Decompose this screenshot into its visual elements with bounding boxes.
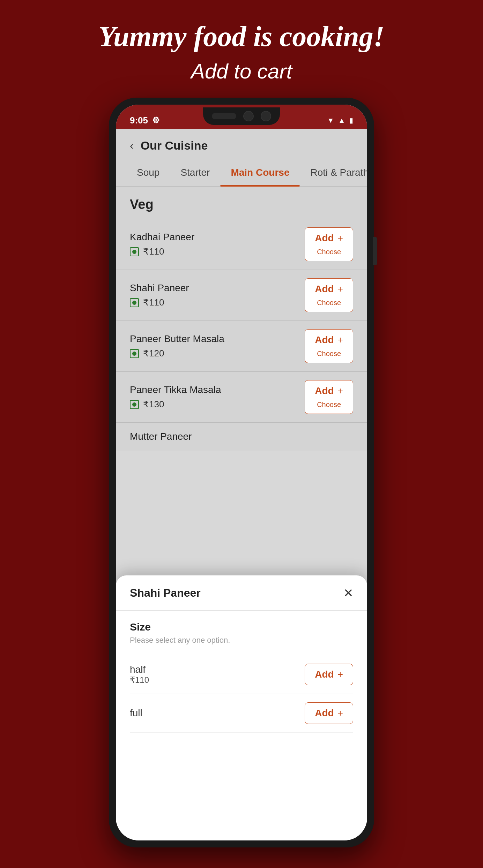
choose-label-4: Choose: [317, 401, 341, 409]
choose-label-1: Choose: [317, 248, 341, 256]
veg-icon-2: [130, 298, 139, 307]
size-add-label-full: Add: [315, 708, 334, 719]
menu-content: Veg Kadhai Paneer ₹110: [116, 187, 367, 451]
size-item-full: full Add +: [130, 694, 353, 733]
wifi-icon: ▼: [327, 116, 334, 124]
time-text: 9:05: [130, 115, 148, 126]
settings-icon: ⚙: [152, 115, 160, 125]
item-name-5: Mutter Paneer: [130, 431, 353, 442]
size-add-plus-half: +: [337, 669, 343, 680]
size-add-button-half[interactable]: Add +: [305, 664, 353, 685]
status-time: 9:05 ⚙: [130, 115, 160, 126]
size-item-half: half ₹110 Add +: [130, 655, 353, 694]
add-button-paneer-tikka[interactable]: Add + Choose: [305, 380, 353, 414]
add-label-3: Add: [315, 334, 334, 346]
item-price-4: ₹130: [143, 399, 164, 410]
size-info-half: half ₹110: [130, 664, 305, 685]
menu-item-kadhai-paneer: Kadhai Paneer ₹110 Add +: [116, 219, 367, 270]
size-add-label-half: Add: [315, 669, 334, 680]
add-button-shahi-paneer[interactable]: Add + Choose: [305, 278, 353, 312]
veg-icon-1: [130, 247, 139, 256]
app-header: ‹ Our Cuisine: [116, 129, 367, 159]
tab-navigation: Soup Starter Main Course Roti & Paratha: [116, 159, 367, 187]
menu-item-mutter-paneer-partial: Mutter Paneer: [116, 423, 367, 451]
add-btn-top-1: Add +: [315, 233, 343, 244]
add-plus-2: +: [337, 284, 343, 295]
item-price-row-4: ₹130: [130, 399, 305, 410]
item-price-row-2: ₹110: [130, 297, 305, 308]
bottom-sheet: Shahi Paneer ✕ Size Please select any on…: [116, 575, 367, 840]
side-button: [373, 237, 377, 265]
item-price-3: ₹120: [143, 348, 164, 359]
add-btn-top-3: Add +: [315, 334, 343, 346]
size-name-full: full: [130, 708, 305, 719]
sheet-title: Shahi Paneer: [130, 587, 201, 599]
size-hint: Please select any one option.: [130, 636, 353, 645]
notch-camera-2: [261, 111, 271, 121]
item-price-row-3: ₹120: [130, 348, 305, 359]
item-name-2: Shahi Paneer: [130, 282, 305, 294]
add-plus-3: +: [337, 334, 343, 346]
veg-icon-3: [130, 349, 139, 358]
add-btn-top-4: Add +: [315, 385, 343, 397]
phone-notch: [203, 107, 280, 125]
choose-label-3: Choose: [317, 350, 341, 358]
page-title: Our Cuisine: [141, 139, 208, 152]
tab-soup[interactable]: Soup: [126, 159, 170, 186]
size-price-half: ₹110: [130, 675, 305, 685]
item-info-3: Paneer Butter Masala ₹120: [130, 333, 305, 359]
size-info-full: full: [130, 708, 305, 719]
choose-label-2: Choose: [317, 299, 341, 307]
item-name-3: Paneer Butter Masala: [130, 333, 305, 345]
menu-item-paneer-tikka: Paneer Tikka Masala ₹130 Add +: [116, 372, 367, 423]
size-add-button-full[interactable]: Add +: [305, 702, 353, 724]
phone-mockup: 9:05 ⚙ ▼ ▲ ▮ ‹ Our Cuisine Soup: [109, 98, 374, 847]
veg-dot-1: [132, 250, 136, 254]
sheet-close-button[interactable]: ✕: [343, 586, 353, 600]
item-info-4: Paneer Tikka Masala ₹130: [130, 384, 305, 410]
veg-dot-4: [132, 402, 136, 407]
add-plus-1: +: [337, 233, 343, 244]
hero-subtitle: Add to cart: [14, 59, 469, 83]
veg-dot-2: [132, 301, 136, 305]
phone-screen: 9:05 ⚙ ▼ ▲ ▮ ‹ Our Cuisine Soup: [116, 105, 367, 840]
status-icons: ▼ ▲ ▮: [327, 116, 353, 124]
add-btn-top-2: Add +: [315, 284, 343, 295]
tab-starter[interactable]: Starter: [170, 159, 220, 186]
item-info-2: Shahi Paneer ₹110: [130, 282, 305, 308]
menu-item-paneer-butter: Paneer Butter Masala ₹120 Add +: [116, 321, 367, 372]
menu-item-shahi-paneer: Shahi Paneer ₹110 Add + C: [116, 270, 367, 321]
hero-section: Yummy food is cooking! Add to cart: [0, 0, 483, 97]
add-label-4: Add: [315, 385, 334, 397]
size-add-plus-full: +: [337, 708, 343, 719]
notch-sensor: [212, 113, 236, 119]
notch-camera: [243, 111, 254, 121]
add-button-kadhai-paneer[interactable]: Add + Choose: [305, 227, 353, 261]
tab-main-course[interactable]: Main Course: [220, 159, 300, 186]
back-button[interactable]: ‹: [130, 139, 134, 152]
item-name-1: Kadhai Paneer: [130, 232, 305, 243]
sheet-content: Size Please select any one option. half …: [116, 611, 367, 743]
sheet-header: Shahi Paneer ✕: [116, 575, 367, 611]
battery-icon: ▮: [349, 116, 353, 124]
phone-body: 9:05 ⚙ ▼ ▲ ▮ ‹ Our Cuisine Soup: [109, 98, 374, 847]
item-price-1: ₹110: [143, 246, 164, 257]
signal-icon: ▲: [338, 116, 345, 124]
item-price-2: ₹110: [143, 297, 164, 308]
size-section-title: Size: [130, 621, 353, 633]
section-veg-title: Veg: [116, 187, 367, 219]
hero-title: Yummy food is cooking!: [14, 21, 469, 52]
add-label-2: Add: [315, 284, 334, 295]
veg-dot-3: [132, 352, 136, 356]
add-label-1: Add: [315, 233, 334, 244]
add-button-paneer-butter[interactable]: Add + Choose: [305, 329, 353, 363]
veg-icon-4: [130, 400, 139, 409]
add-plus-4: +: [337, 385, 343, 397]
item-name-4: Paneer Tikka Masala: [130, 384, 305, 395]
item-price-row-1: ₹110: [130, 246, 305, 257]
tab-roti-paratha[interactable]: Roti & Paratha: [300, 159, 367, 186]
item-info-1: Kadhai Paneer ₹110: [130, 232, 305, 257]
size-name-half: half: [130, 664, 305, 675]
